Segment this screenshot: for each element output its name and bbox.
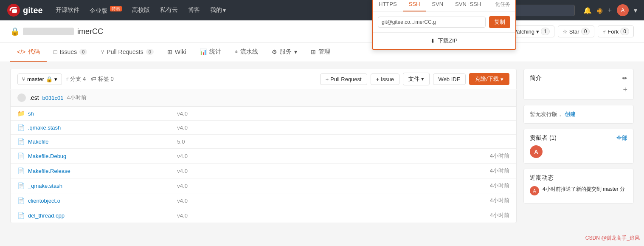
avatar-dropdown-icon[interactable]: ▾ bbox=[634, 6, 637, 14]
file-doc-icon: 📄 bbox=[17, 182, 25, 189]
repo-title: 🔒 imerCC bbox=[10, 27, 103, 36]
fork-button[interactable]: ⑂ Fork 0 bbox=[598, 25, 634, 37]
tab-pipeline[interactable]: ⧝ 流水线 bbox=[228, 43, 265, 62]
pipeline-icon: ⧝ bbox=[235, 48, 238, 55]
file-actions: + Pull Request + Issue 文件 ▾ Web IDE 克隆/下… bbox=[320, 73, 509, 85]
file-doc-icon: 📄 bbox=[17, 197, 25, 204]
table-row: 📄 Makefile.Release v4.0 4小时前 bbox=[11, 164, 516, 178]
file-commit: v4.0 bbox=[177, 212, 475, 219]
contributors-title-text: 贡献者 (1) bbox=[530, 134, 557, 142]
chevron-down-icon: ▾ bbox=[223, 7, 226, 14]
intro-edit-icon[interactable]: ✏ bbox=[622, 75, 627, 82]
tab-manage[interactable]: ⊞ 管理 bbox=[304, 43, 337, 62]
file-dropdown-icon: ▾ bbox=[421, 76, 424, 82]
intro-section: 简介 ✏ + bbox=[523, 69, 634, 100]
logo[interactable]: gitee bbox=[7, 3, 43, 17]
watching-dropdown-icon: ▾ bbox=[536, 28, 539, 35]
activity-avatar: A bbox=[530, 186, 539, 195]
file-link[interactable]: _qmake.stash bbox=[28, 183, 177, 189]
file-link[interactable]: sh bbox=[28, 110, 177, 117]
pr-badge: 0 bbox=[146, 49, 154, 55]
lock-icon: 🔒 bbox=[10, 27, 20, 36]
contributors-section: 贡献者 (1) 全部 A bbox=[523, 129, 634, 164]
clone-tab-https[interactable]: HTTPS bbox=[373, 0, 403, 11]
file-list-header: .est b031c01 4小时前 bbox=[11, 89, 516, 107]
file-doc-icon: 📄 bbox=[17, 167, 25, 174]
file-link[interactable]: clientobject.o bbox=[28, 198, 177, 204]
repo-name[interactable]: imerCC bbox=[77, 27, 103, 36]
contributors-list: A bbox=[530, 145, 627, 158]
recent-activity-section: 近期动态 A 4小时前推送了新的提交到 master 分 bbox=[523, 169, 634, 204]
commit-hash-link[interactable]: b031c01 bbox=[42, 95, 64, 101]
tab-code[interactable]: </> 代码 bbox=[10, 43, 47, 62]
tab-pullrequests[interactable]: ⑂ Pull Requests 0 bbox=[94, 43, 160, 61]
download-zip-button[interactable]: ⬇ 下载ZIP bbox=[373, 32, 515, 49]
clone-button[interactable]: 克隆/下载 ▾ bbox=[469, 73, 509, 85]
tab-stats[interactable]: 📊 统计 bbox=[193, 43, 228, 62]
all-contributors-link[interactable]: 全部 bbox=[616, 134, 627, 142]
commit-msg: .est bbox=[29, 94, 39, 101]
tags-count[interactable]: 🏷 标签 0 bbox=[91, 75, 113, 83]
nav-mine[interactable]: 我的 ▾ bbox=[206, 4, 230, 17]
clone-tab-svn[interactable]: SVN bbox=[426, 0, 449, 11]
web-ide-button[interactable]: Web IDE bbox=[433, 74, 466, 85]
branch-selector[interactable]: ⑂ master 🔒 ▾ bbox=[17, 74, 62, 85]
branch-dropdown-icon: ▾ bbox=[54, 76, 57, 82]
clone-dropdown-icon: ▾ bbox=[501, 76, 503, 82]
notification-icon[interactable]: 🔔 bbox=[583, 6, 592, 14]
file-link[interactable]: Makefile.Debug bbox=[28, 153, 177, 159]
nav-university[interactable]: 高校版 bbox=[128, 4, 154, 17]
file-time: 4小时前 bbox=[475, 182, 509, 189]
repo-owner-blur bbox=[23, 28, 74, 35]
file-button[interactable]: 文件 ▾ bbox=[403, 73, 430, 85]
pull-request-button[interactable]: + Pull Request bbox=[320, 74, 367, 85]
issues-badge: 0 bbox=[79, 49, 87, 55]
branch-count-icon: ⑂ bbox=[65, 76, 69, 82]
table-row: 📄 clientobject.o v4.0 4小时前 bbox=[11, 193, 516, 208]
table-row: 📁 sh v4.0 bbox=[11, 107, 516, 121]
file-time: 4小时前 bbox=[475, 167, 509, 175]
table-row: 📄 .qmake.stash v4.0 bbox=[11, 121, 516, 135]
tab-issues[interactable]: □ Issues 0 bbox=[47, 43, 94, 61]
watching-count: 1 bbox=[541, 28, 550, 35]
pr-icon: ⑂ bbox=[101, 48, 104, 55]
tab-services[interactable]: ⚙ 服务 ▾ bbox=[265, 43, 304, 62]
fork-count: 0 bbox=[620, 28, 629, 35]
file-link[interactable]: .qmake.stash bbox=[28, 124, 177, 131]
repo-header: 🔒 imerCC 👁 Watching ▾ 1 ☆ Star 0 ⑂ Fork … bbox=[0, 20, 644, 43]
nav-private-cloud[interactable]: 私有云 bbox=[156, 4, 182, 17]
logo-text: gitee bbox=[23, 6, 43, 15]
contributor-avatar[interactable]: A bbox=[530, 145, 543, 158]
clone-tab-ssh[interactable]: SSH bbox=[403, 0, 426, 11]
star-button[interactable]: ☆ Star 0 bbox=[558, 25, 595, 37]
automate-tasks-label: 化任务 bbox=[490, 0, 515, 11]
commit-author-avatar bbox=[17, 93, 26, 102]
create-release-link[interactable]: 创建 bbox=[565, 111, 576, 117]
file-time: 4小时前 bbox=[475, 212, 509, 219]
add-icon[interactable]: + bbox=[623, 85, 627, 94]
left-panel: ⑂ master 🔒 ▾ ⑂ 分支 4 🏷 标签 0 + Pull Reques… bbox=[10, 69, 517, 242]
fork-icon: ⑂ bbox=[602, 28, 606, 35]
download-icon: ⬇ bbox=[430, 38, 435, 44]
services-icon: ⚙ bbox=[272, 48, 277, 55]
file-link[interactable]: Makefile bbox=[28, 139, 177, 145]
issue-button[interactable]: + Issue bbox=[371, 74, 399, 85]
nav-opensource[interactable]: 开源软件 bbox=[51, 4, 84, 17]
clone-url-row: 复制 bbox=[373, 12, 515, 32]
table-row: 📄 _qmake.stash v4.0 4小时前 bbox=[11, 178, 516, 193]
avatar[interactable]: A bbox=[617, 4, 629, 16]
explore-icon[interactable]: ◉ bbox=[597, 6, 603, 14]
file-link[interactable]: del_thread.cpp bbox=[28, 212, 177, 219]
nav-blog[interactable]: 博客 bbox=[184, 4, 204, 17]
clone-tab-svn-ssh[interactable]: SVN+SSH bbox=[449, 0, 487, 11]
file-doc-icon: 📄 bbox=[17, 153, 25, 159]
nav-enterprise[interactable]: 企业版 特惠 bbox=[85, 3, 126, 17]
clone-url-input[interactable] bbox=[378, 17, 486, 28]
tab-wiki[interactable]: ⊞ Wiki bbox=[160, 43, 193, 61]
branch-bar: ⑂ master 🔒 ▾ ⑂ 分支 4 🏷 标签 0 + Pull Reques… bbox=[10, 69, 517, 89]
plus-icon[interactable]: + bbox=[608, 6, 612, 14]
file-doc-icon: 📄 bbox=[17, 124, 25, 131]
copy-button[interactable]: 复制 bbox=[489, 16, 510, 28]
file-link[interactable]: Makefile.Release bbox=[28, 168, 177, 174]
branches-count[interactable]: ⑂ 分支 4 bbox=[65, 75, 86, 83]
